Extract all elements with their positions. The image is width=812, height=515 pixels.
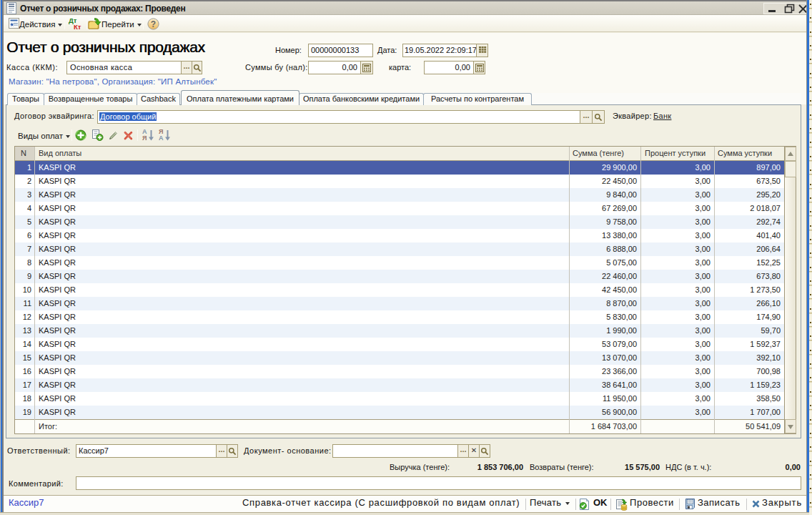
svg-text:?: ? bbox=[151, 19, 156, 29]
